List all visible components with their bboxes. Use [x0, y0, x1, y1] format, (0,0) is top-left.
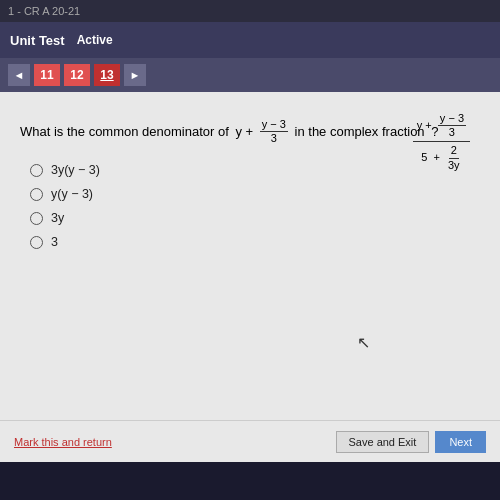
- content-area: y + y − 3 3 5 + 2 3y What is the common …: [0, 92, 500, 462]
- question-text: What is the common denominator of y + y …: [20, 118, 480, 145]
- nav-btn-11[interactable]: 11: [34, 64, 60, 86]
- radio-2[interactable]: [30, 188, 43, 201]
- option-3[interactable]: 3y: [30, 211, 480, 225]
- top-bar: 1 - CR A 20-21: [0, 0, 500, 22]
- save-exit-button[interactable]: Save and Exit: [336, 431, 430, 453]
- nav-next-button[interactable]: ►: [124, 64, 146, 86]
- mark-return-link[interactable]: Mark this and return: [14, 436, 112, 448]
- question-block: What is the common denominator of y + y …: [20, 108, 480, 145]
- option-3-label: 3y: [51, 211, 64, 225]
- question-middle: in the complex fraction: [291, 124, 428, 139]
- option-2[interactable]: y(y − 3): [30, 187, 480, 201]
- next-button[interactable]: Next: [435, 431, 486, 453]
- footer-buttons: Save and Exit Next: [336, 431, 487, 453]
- option-2-label: y(y − 3): [51, 187, 93, 201]
- radio-4[interactable]: [30, 236, 43, 249]
- header-title: Unit Test: [10, 33, 65, 48]
- inline-var: y +: [232, 124, 257, 139]
- complex-top-frac: y − 3 3: [438, 112, 466, 139]
- options-block: 3y(y − 3) y(y − 3) 3y 3: [20, 163, 480, 249]
- nav-prev-button[interactable]: ◄: [8, 64, 30, 86]
- cursor-indicator: ↖: [357, 333, 370, 352]
- footer-bar: Mark this and return Save and Exit Next: [0, 420, 500, 462]
- complex-bottom-frac: 2 3y: [446, 144, 462, 171]
- top-bar-text: 1 - CR A 20-21: [8, 5, 80, 17]
- nav-btn-13[interactable]: 13: [94, 64, 120, 86]
- option-1-label: 3y(y − 3): [51, 163, 100, 177]
- radio-3[interactable]: [30, 212, 43, 225]
- inline-fraction: y − 3 3: [260, 118, 288, 145]
- complex-fraction-display: y + y − 3 3 5 + 2 3y: [413, 112, 470, 172]
- header-tab[interactable]: Active: [77, 33, 113, 47]
- option-4-label: 3: [51, 235, 58, 249]
- complex-top-text: y +: [417, 119, 435, 131]
- radio-1[interactable]: [30, 164, 43, 177]
- question-intro: What is the common denominator of: [20, 124, 229, 139]
- header: Unit Test Active: [0, 22, 500, 58]
- complex-bottom-text: 5 + 2 3y: [413, 142, 470, 171]
- nav-btn-12[interactable]: 12: [64, 64, 90, 86]
- option-4[interactable]: 3: [30, 235, 480, 249]
- nav-bar: ◄ 11 12 13 ►: [0, 58, 500, 92]
